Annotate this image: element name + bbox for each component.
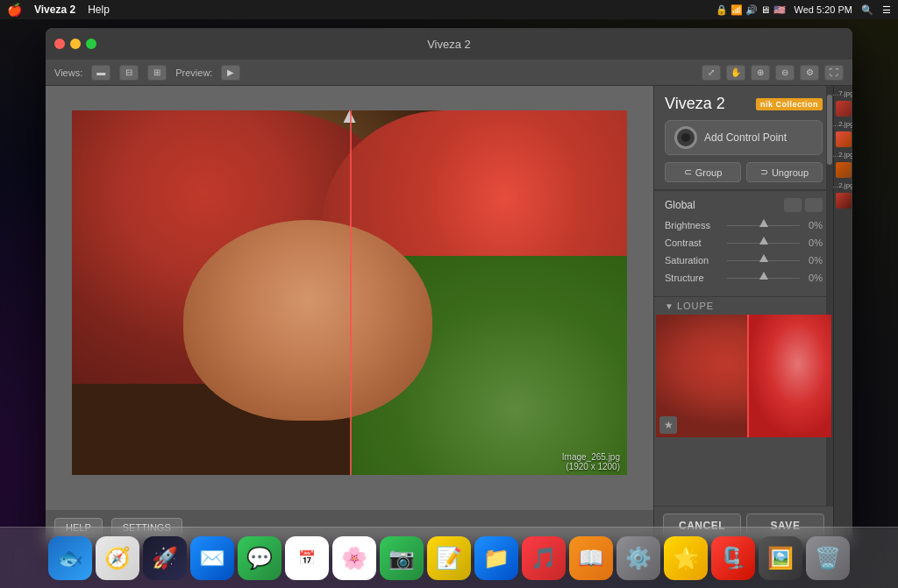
dock-mail[interactable]: ✉️	[190, 536, 234, 580]
file-thumb-3[interactable]	[836, 162, 852, 178]
dock-files-app[interactable]: 📁	[474, 536, 518, 580]
dock-calendar[interactable]: 📅	[285, 536, 329, 580]
brightness-label: Brightness	[665, 220, 722, 230]
desktop: Viveza 2 Views: ▬ ⊟ ⊞ Preview: ▶ ⤢ ✋ ⊕ ⊖	[0, 19, 898, 588]
global-icon-1[interactable]	[784, 198, 802, 212]
title-bar: Viveza 2	[46, 28, 852, 60]
loupe-preview: ★	[656, 315, 831, 437]
photo-face	[183, 220, 433, 421]
file-1-label: ...7.jpg	[833, 89, 853, 97]
fit-icon: ⤢	[708, 67, 715, 77]
panel-title: Viveza 2	[665, 95, 725, 113]
dock-archive[interactable]: 🗜️	[711, 536, 755, 580]
loupe-star-button[interactable]: ★	[659, 416, 677, 434]
ungroup-label: Ungroup	[772, 167, 809, 178]
traffic-lights	[54, 39, 96, 49]
views-label: Views:	[54, 67, 82, 78]
minimize-button[interactable]	[70, 39, 81, 49]
control-point-circle	[674, 126, 697, 149]
dock-photos-app[interactable]: 🌸	[332, 536, 376, 580]
ungroup-button[interactable]: ⊃ Ungroup	[746, 162, 823, 182]
file-3-label: ...2.jpg	[833, 151, 853, 159]
settings-icon: ⚙	[806, 67, 814, 77]
dock-music[interactable]: 🎵	[522, 536, 566, 580]
zoom-in-btn[interactable]: ⊕	[751, 65, 770, 81]
dock-viveza[interactable]: 🌟	[664, 536, 708, 580]
scrollbar-thumb[interactable]	[827, 95, 832, 165]
photo-info: Image_265.jpg (1920 x 1200)	[562, 452, 620, 471]
panel-title-row: Viveza 2 nik Collection	[665, 95, 823, 113]
view-split-btn[interactable]: ⊟	[119, 65, 139, 81]
group-icon: ⊂	[684, 166, 692, 178]
photo-container: Image_265.jpg (1920 x 1200)	[72, 110, 627, 475]
dock-trash[interactable]: 🗑️	[806, 536, 850, 580]
hand-btn[interactable]: ✋	[726, 65, 745, 81]
preview-btn[interactable]: ▶	[221, 65, 240, 81]
dock-finder[interactable]: 🐟	[48, 536, 92, 580]
photo-filename: Image_265.jpg	[562, 452, 620, 462]
zoom-out-btn[interactable]: ⊖	[775, 65, 795, 81]
dock-imessage[interactable]: 💬	[238, 536, 282, 580]
photo-display[interactable]: Image_265.jpg (1920 x 1200)	[72, 110, 627, 475]
dock-img[interactable]: 🖼️	[759, 536, 802, 580]
close-button[interactable]	[54, 39, 65, 49]
file-thumb-1[interactable]	[836, 101, 852, 117]
global-icon-2[interactable]	[805, 198, 823, 212]
menubar-help[interactable]: Help	[88, 4, 110, 16]
structure-slider[interactable]	[727, 272, 800, 284]
maximize-button[interactable]	[86, 39, 96, 49]
group-ungroup-row: ⊂ Group ⊃ Ungroup	[665, 162, 823, 182]
menu-icons[interactable]: 🔒 📶 🔊 🖥 🇺🇸	[716, 4, 785, 16]
global-header: Global	[665, 198, 823, 212]
preview-label: Preview:	[175, 67, 212, 78]
structure-value: 0%	[805, 273, 823, 283]
dock-rocket[interactable]: 🚀	[143, 536, 187, 580]
loupe-header: ▼ LOUPE	[654, 297, 833, 315]
dock-books[interactable]: 📖	[569, 536, 613, 580]
file-thumb-2[interactable]	[836, 131, 852, 147]
split-line[interactable]	[350, 110, 352, 475]
apple-menu[interactable]: 🍎	[7, 3, 22, 17]
menubar-app-name[interactable]: Viveza 2	[34, 4, 75, 16]
main-content: Image_265.jpg (1920 x 1200) HELP SETTING…	[46, 86, 852, 545]
view-grid-btn[interactable]: ⊞	[147, 65, 167, 81]
dock-safari[interactable]: 🧭	[96, 536, 139, 580]
control-point-inner	[681, 133, 690, 142]
contrast-slider[interactable]	[727, 237, 800, 249]
zoom-in-icon: ⊕	[757, 67, 764, 77]
brightness-slider[interactable]	[727, 219, 800, 231]
dock-notes[interactable]: 📝	[427, 536, 471, 580]
fit-btn[interactable]: ⤢	[702, 65, 721, 81]
global-section: Global Brightness 0%	[654, 190, 833, 296]
settings-toolbar-btn[interactable]: ⚙	[800, 65, 819, 81]
contrast-label: Contrast	[665, 237, 722, 248]
dock-system-prefs[interactable]: ⚙️	[616, 536, 660, 580]
view-split-icon: ⊟	[125, 67, 132, 77]
saturation-slider[interactable]	[727, 254, 800, 266]
loupe-collapse-icon[interactable]: ▼	[665, 301, 674, 311]
loupe-split-line	[747, 315, 749, 437]
brightness-value: 0%	[805, 220, 823, 230]
structure-row: Structure 0%	[665, 272, 823, 284]
view-grid-icon: ⊞	[153, 67, 160, 77]
nik-badge: nik Collection	[756, 98, 823, 110]
global-label: Global	[665, 199, 695, 211]
window-title: Viveza 2	[427, 38, 471, 51]
group-button[interactable]: ⊂ Group	[665, 162, 741, 182]
view-single-btn[interactable]: ▬	[91, 65, 110, 81]
preview-icon: ▶	[227, 67, 234, 77]
loupe-section: ▼ LOUPE ★	[654, 296, 833, 441]
panel-header: Viveza 2 nik Collection Add Control Poin…	[654, 86, 833, 190]
hand-icon: ✋	[731, 67, 741, 77]
loupe-label: LOUPE	[677, 301, 714, 311]
toolbar: Views: ▬ ⊟ ⊞ Preview: ▶ ⤢ ✋ ⊕ ⊖ ⚙ ⛶	[46, 60, 852, 86]
saturation-label: Saturation	[665, 255, 722, 266]
file-thumb-4[interactable]	[836, 193, 852, 209]
menu-clock: Wed 5:20 PM	[795, 4, 852, 15]
menu-search-icon[interactable]: 🔍	[861, 4, 873, 16]
menu-list-icon[interactable]: ☰	[882, 4, 891, 16]
dock-facetime[interactable]: 📷	[380, 536, 424, 580]
contrast-value: 0%	[805, 237, 823, 248]
fullscreen-btn[interactable]: ⛶	[824, 65, 844, 81]
add-control-point-button[interactable]: Add Control Point	[665, 120, 823, 155]
